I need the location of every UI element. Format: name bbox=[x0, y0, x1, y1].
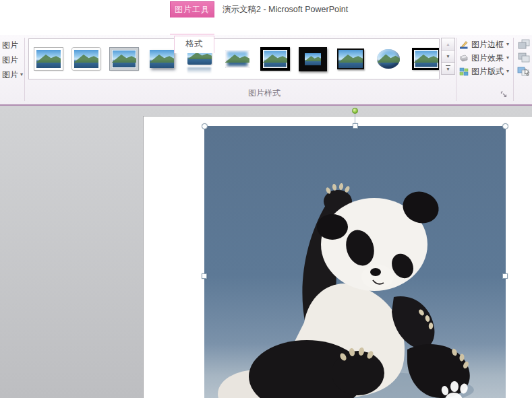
style-thumb-image bbox=[260, 47, 290, 71]
picture-layout-label: 图片版式 bbox=[471, 66, 504, 77]
tab-format[interactable]: 格式 bbox=[174, 36, 214, 53]
style-thumb-image bbox=[110, 48, 138, 70]
style-thumb-drop-shadow-rectangle[interactable] bbox=[146, 43, 177, 75]
slide-canvas-area bbox=[0, 106, 532, 398]
adjust-item-1[interactable]: 图片 bbox=[2, 39, 18, 51]
ribbon-tab-row: 动画 幻灯片放映 审阅 视图 格式 bbox=[0, 18, 532, 35]
style-thumb-image bbox=[34, 48, 63, 70]
chevron-down-icon: ▾ bbox=[506, 55, 509, 61]
style-thumb-image bbox=[337, 48, 364, 69]
picture-layout-button[interactable]: 图片版式 ▾ bbox=[459, 65, 509, 77]
dialog-launcher-icon[interactable] bbox=[500, 90, 508, 98]
chevron-down-icon: ▾ bbox=[506, 42, 509, 47]
ribbon-format: 图片 图片 图片 ▾ ▲ ▼ ▼ bbox=[0, 35, 532, 106]
gallery-scroll-down-button[interactable]: ▼ bbox=[441, 50, 455, 63]
resize-handle-middle-right[interactable] bbox=[502, 273, 508, 279]
more-bar-icon bbox=[446, 65, 450, 67]
picture-styles-group-label: 图片样式 bbox=[28, 88, 500, 99]
picture-border-label: 图片边框 bbox=[471, 39, 504, 51]
gallery-scrollbar: ▲ ▼ ▼ bbox=[441, 38, 455, 75]
picture-layout-icon bbox=[459, 67, 469, 76]
title-bar: 图片工具 演示文稿2 - Microsoft PowerPoint bbox=[0, 0, 532, 18]
style-thumb-image bbox=[377, 49, 400, 69]
style-thumb-black-frame-white-inner[interactable] bbox=[411, 43, 440, 75]
send-backward-icon[interactable] bbox=[516, 53, 532, 63]
picture-effects-icon bbox=[459, 53, 469, 63]
style-thumb-metal-frame[interactable] bbox=[109, 43, 139, 75]
group-separator bbox=[24, 38, 25, 101]
panda-picture[interactable] bbox=[204, 126, 506, 398]
chevron-down-icon: ▾ bbox=[20, 72, 23, 77]
adjust-item-label: 图片 bbox=[2, 40, 18, 51]
arrow-down-icon: ▼ bbox=[446, 67, 450, 71]
adjust-item-label: 图片 bbox=[2, 55, 18, 66]
rotate-handle[interactable] bbox=[352, 108, 358, 114]
style-thumb-image bbox=[299, 47, 327, 71]
contextual-tab-group-header: 图片工具 bbox=[170, 1, 214, 18]
adjust-item-label: 图片 bbox=[2, 69, 18, 81]
resize-handle-top-center[interactable] bbox=[353, 123, 358, 129]
adjust-item-3[interactable]: 图片 ▾ bbox=[2, 69, 23, 81]
style-thumb-thick-mat-black[interactable] bbox=[297, 43, 328, 75]
style-thumb-double-frame-black[interactable] bbox=[260, 43, 290, 75]
picture-border-icon bbox=[459, 40, 469, 49]
style-thumb-image bbox=[72, 48, 100, 70]
style-thumb-image bbox=[225, 50, 249, 68]
window-title: 演示文稿2 - Microsoft PowerPoint bbox=[223, 4, 348, 15]
resize-handle-middle-left[interactable] bbox=[202, 273, 207, 279]
style-thumb-soft-edge-rectangle[interactable] bbox=[222, 43, 252, 75]
style-thumb-rounded-white-frame[interactable] bbox=[71, 43, 101, 75]
arrow-down-icon: ▼ bbox=[446, 54, 450, 59]
style-thumb-metal-oval[interactable] bbox=[373, 43, 403, 75]
resize-handle-top-right[interactable] bbox=[502, 123, 508, 129]
adjust-item-2[interactable]: 图片 bbox=[2, 54, 18, 66]
group-separator bbox=[513, 38, 514, 101]
picture-effects-button[interactable]: 图片效果 ▾ bbox=[459, 52, 509, 64]
picture-effects-label: 图片效果 bbox=[471, 53, 504, 64]
picture-border-button[interactable]: 图片边框 ▾ bbox=[459, 38, 509, 51]
gallery-scroll-up-button[interactable]: ▲ bbox=[441, 38, 455, 51]
arrow-up-icon: ▲ bbox=[446, 42, 450, 46]
chevron-down-icon: ▾ bbox=[506, 69, 509, 74]
style-thumb-image bbox=[412, 48, 440, 70]
style-thumb-simple-frame-white[interactable] bbox=[33, 43, 63, 75]
selection-pane-icon[interactable] bbox=[516, 66, 532, 77]
style-thumb-image bbox=[150, 50, 174, 68]
gallery-more-button[interactable]: ▼ bbox=[441, 62, 455, 75]
bring-forward-icon[interactable] bbox=[516, 39, 532, 50]
resize-handle-top-left[interactable] bbox=[202, 123, 208, 129]
picture-styles-gallery bbox=[28, 38, 440, 79]
style-thumb-simple-frame-black[interactable] bbox=[335, 43, 365, 75]
panda-photo-graphic bbox=[204, 126, 506, 398]
powerpoint-window: 图片工具 演示文稿2 - Microsoft PowerPoint 动画 幻灯片… bbox=[0, 0, 532, 398]
